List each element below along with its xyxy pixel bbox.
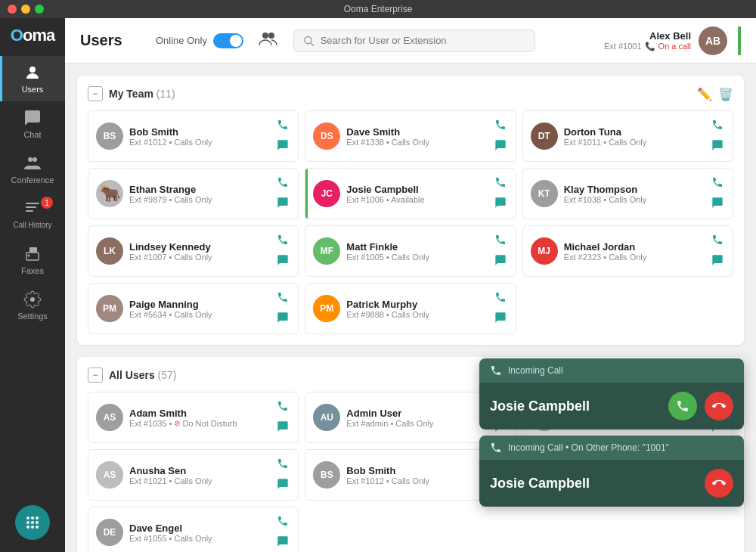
toggle-track[interactable] (213, 33, 243, 48)
message-button[interactable] (710, 253, 725, 270)
message-button[interactable] (710, 138, 725, 155)
all-users-collapse-btn[interactable]: − (88, 367, 103, 383)
call-button[interactable] (275, 398, 290, 416)
incoming-call-icon (490, 442, 502, 454)
user-card: BS Bob Smith Ext #1012 • Calls Only (88, 110, 299, 162)
message-button[interactable] (493, 138, 508, 155)
top-bar: Users Online Only (65, 18, 756, 64)
user-card-name: Admin User (346, 408, 486, 419)
delete-icon[interactable]: 🗑️ (718, 87, 733, 101)
message-button[interactable] (275, 138, 290, 155)
call-button[interactable] (275, 117, 290, 135)
dialpad-icon (24, 514, 41, 531)
maximize-button[interactable] (35, 5, 44, 14)
dialpad-button[interactable] (15, 505, 50, 540)
call-button[interactable] (710, 117, 725, 135)
sidebar-label-conference: Conference (11, 175, 54, 185)
message-button[interactable] (493, 253, 508, 270)
user-card-info: Dave Engel Ext #1055 • Calls Only (129, 523, 269, 543)
accept-call-button[interactable] (668, 392, 697, 420)
user-card-name: Anusha Sen (129, 465, 269, 476)
call-button[interactable] (275, 175, 290, 192)
svg-point-15 (26, 526, 29, 529)
user-card-actions (493, 117, 508, 155)
search-bar[interactable] (293, 29, 535, 52)
message-button[interactable] (275, 310, 290, 327)
svg-point-13 (31, 521, 34, 524)
incoming-call-header: Incoming Call • On Other Phone: "1001" (479, 436, 744, 460)
user-card-ext: Ext #1005 • Calls Only (346, 253, 486, 262)
user-card-name: Dave Engel (129, 523, 269, 534)
sidebar-item-settings[interactable]: Settings (0, 283, 65, 328)
call-button[interactable] (493, 175, 508, 192)
user-card-name: Bob Smith (129, 126, 269, 138)
user-card-info: Patrick Murphy Ext #9888 • Calls Only (346, 299, 486, 319)
user-card-ext: Ext #1038 • Calls Only (564, 195, 704, 204)
message-button[interactable] (275, 419, 290, 436)
sidebar-label-chat: Chat (23, 130, 41, 139)
my-team-actions: ✏️ 🗑️ (697, 87, 733, 101)
user-card-ext: Ext #5634 • Calls Only (129, 310, 269, 319)
call-history-badge: 1 (41, 197, 53, 209)
message-button[interactable] (275, 476, 290, 494)
svg-point-19 (268, 33, 274, 39)
call-button[interactable] (493, 232, 508, 250)
message-button[interactable] (493, 195, 508, 212)
incoming-call-header-text: Incoming Call (508, 365, 563, 376)
user-card-avatar: BS (96, 122, 123, 150)
message-button[interactable] (275, 195, 290, 212)
edit-icon[interactable]: ✏️ (697, 87, 712, 101)
my-team-collapse-btn[interactable]: − (88, 86, 103, 101)
sidebar-item-faxes[interactable]: Faxes (0, 237, 65, 283)
user-card: LK Lindsey Kennedy Ext #1007 • Calls Onl… (88, 225, 299, 277)
fax-icon (23, 245, 42, 263)
user-card-name: Dave Smith (346, 126, 486, 138)
sidebar-label-faxes: Faxes (21, 266, 44, 275)
close-button[interactable] (8, 5, 17, 14)
title-bar: Ooma Enterprise (0, 0, 756, 18)
window-title: Ooma Enterprise (344, 4, 413, 14)
decline-call-button[interactable] (705, 469, 733, 498)
svg-point-17 (36, 526, 39, 529)
user-card-ext: Ext #1035 • ⊘ Do Not Disturb (129, 419, 269, 428)
sidebar-item-users[interactable]: Users (0, 56, 65, 101)
call-button[interactable] (275, 513, 290, 531)
call-button[interactable] (710, 175, 725, 192)
user-info: Alex Bell Ext #1001 📞 On a call (604, 30, 691, 51)
incoming-call-body: Josie Campbell (479, 383, 744, 430)
svg-point-14 (36, 521, 39, 524)
svg-point-1 (28, 157, 33, 162)
call-action-btns (705, 469, 733, 498)
call-button[interactable] (275, 290, 290, 307)
call-button[interactable] (493, 290, 508, 307)
message-button[interactable] (275, 534, 290, 551)
online-status-bar (738, 26, 741, 55)
user-card-actions (493, 290, 508, 327)
user-card-avatar: MF (313, 237, 340, 265)
call-button[interactable] (275, 232, 290, 250)
sidebar-item-conference[interactable]: Conference (0, 147, 65, 192)
user-card-info: Matt Finkle Ext #1005 • Calls Only (346, 241, 486, 262)
call-button[interactable] (710, 232, 725, 250)
conference-icon (23, 154, 42, 172)
incoming-call-header: Incoming Call (479, 358, 744, 383)
message-button[interactable] (710, 195, 725, 212)
message-button[interactable] (275, 253, 290, 270)
sidebar-item-chat[interactable]: Chat (0, 101, 65, 147)
decline-call-button[interactable] (705, 392, 733, 420)
minimize-button[interactable] (21, 5, 30, 14)
incoming-calls-overlay: Incoming Call Josie Campbell Incoming Ca… (479, 358, 744, 507)
call-button[interactable] (275, 456, 290, 473)
avatar: AB (699, 26, 727, 55)
svg-point-11 (36, 516, 39, 519)
user-card-info: Bob Smith Ext #1012 • Calls Only (129, 126, 269, 147)
online-only-toggle[interactable]: Online Only (156, 33, 243, 48)
sidebar-item-call-history[interactable]: 1 Call History (0, 192, 65, 237)
call-button[interactable] (493, 117, 508, 135)
search-input[interactable] (321, 35, 525, 46)
call-history-icon (23, 200, 42, 218)
user-card-actions (493, 175, 508, 212)
message-button[interactable] (493, 310, 508, 327)
group-filter-icon[interactable] (259, 29, 278, 53)
user-card-actions (275, 398, 290, 436)
